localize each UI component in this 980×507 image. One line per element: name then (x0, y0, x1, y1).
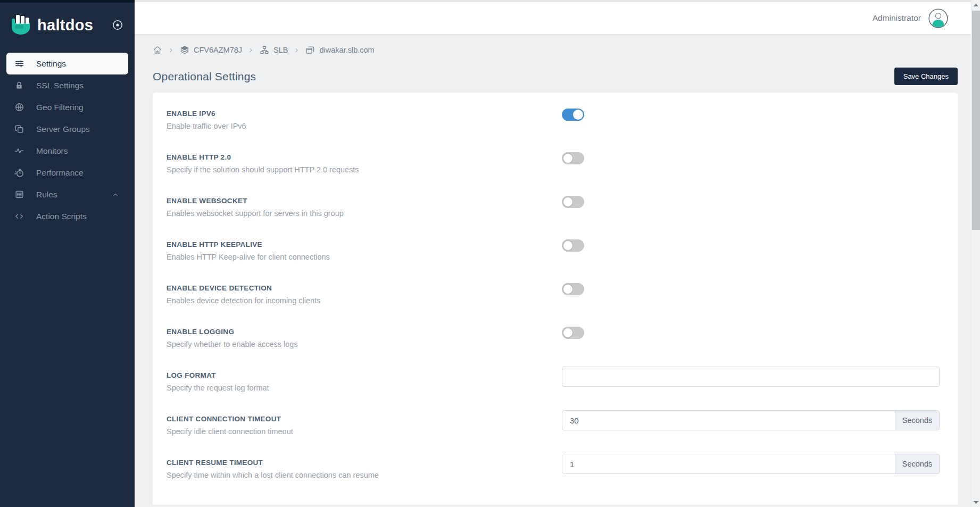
control-column (562, 283, 940, 295)
breadcrumb: CFV6AZM78JSLBdiwakar.slb.com (153, 45, 958, 55)
control-column: Seconds (562, 410, 940, 430)
window-copy-icon (305, 45, 315, 55)
sidebar-item-label: Action Scripts (36, 212, 87, 221)
content-area: CFV6AZM78JSLBdiwakar.slb.com Operational… (135, 34, 980, 507)
sitemap-icon (260, 45, 269, 55)
circle-dot-icon[interactable] (111, 19, 124, 31)
setting-row-log-format: LOG FORMAT Specify the request log forma… (167, 371, 940, 392)
user-name: Administrator (873, 13, 921, 23)
setting-row-enable-logging: ENABLE LOGGING Specify whether to enable… (167, 328, 940, 348)
breadcrumb-label: CFV6AZM78J (194, 46, 242, 54)
sidebar-item-geo-filtering[interactable]: Geo Filtering (6, 96, 128, 118)
stopwatch-icon (14, 168, 24, 178)
setting-row-enable-websocket: ENABLE WEBSOCKET Enables websocket suppo… (167, 197, 940, 218)
setting-description: Specify time within which a lost client … (167, 471, 562, 479)
sliders-icon (14, 59, 24, 69)
chevron-up-icon[interactable] (110, 191, 121, 198)
sidebar-item-label: Geo Filtering (36, 103, 84, 112)
sidebar-item-label: SSL Settings (36, 81, 84, 90)
log-format-input[interactable] (562, 367, 940, 387)
input-group: Seconds (562, 454, 940, 474)
setting-text: ENABLE DEVICE DETECTION Enables device d… (167, 284, 562, 305)
sidebar: haltdos SettingsSSL SettingsGeo Filterin… (0, 0, 135, 507)
vertical-scrollbar[interactable] (971, 0, 980, 507)
setting-label: ENABLE IPV6 (167, 110, 562, 118)
sidebar-item-ssl-settings[interactable]: SSL Settings (6, 74, 128, 96)
scrollbar-thumb[interactable] (972, 11, 980, 230)
setting-description: Specify idle client connection timeout (167, 427, 562, 436)
setting-label: ENABLE WEBSOCKET (167, 197, 562, 205)
lock-icon (14, 80, 24, 90)
top-header: Administrator (135, 2, 980, 34)
code-icon (14, 211, 24, 221)
sidebar-item-rules[interactable]: Rules (6, 184, 128, 205)
home-icon (153, 45, 162, 55)
enable-logging-toggle[interactable] (562, 327, 584, 339)
app-window: haltdos SettingsSSL SettingsGeo Filterin… (0, 0, 980, 507)
control-column (562, 196, 940, 208)
setting-description: Enables device detection for incoming cl… (167, 296, 562, 305)
breadcrumb-item-diwakar-slb-com[interactable]: diwakar.slb.com (305, 45, 374, 55)
setting-label: ENABLE LOGGING (167, 328, 562, 336)
activity-icon (14, 146, 24, 156)
input-addon-unit: Seconds (895, 454, 940, 474)
chevron-right-icon (168, 47, 174, 53)
setting-label: CLIENT CONNECTION TIMEOUT (167, 415, 562, 423)
sidebar-item-monitors[interactable]: Monitors (6, 140, 128, 162)
settings-card: ENABLE IPV6 Enable traffic over IPv6 ENA… (153, 93, 958, 505)
setting-description: Specify the request log format (167, 384, 562, 392)
breadcrumb-item-cfv6azm78j[interactable]: CFV6AZM78J (180, 45, 242, 55)
sidebar-item-label: Rules (36, 190, 57, 200)
sidebar-item-label: Server Groups (36, 124, 90, 134)
sidebar-item-server-groups[interactable]: Server Groups (6, 118, 128, 140)
toggle-knob (573, 110, 583, 120)
haltdos-fist-logo-icon (11, 14, 31, 36)
setting-label: LOG FORMAT (167, 371, 562, 379)
input-group: Seconds (562, 410, 940, 430)
setting-text: ENABLE HTTP KEEPALIVE Enables HTTP Keep-… (167, 240, 562, 261)
control-column (562, 367, 940, 387)
client-connection-timeout-input[interactable] (562, 410, 895, 430)
breadcrumb-item-slb[interactable]: SLB (260, 45, 288, 55)
copy-icon (14, 124, 24, 134)
enable-device-detection-toggle[interactable] (562, 283, 584, 295)
breadcrumb-item-home[interactable] (153, 45, 162, 55)
sidebar-nav: SettingsSSL SettingsGeo FilteringServer … (0, 53, 135, 227)
logo-row: haltdos (0, 3, 135, 48)
setting-label: CLIENT RESUME TIMEOUT (167, 459, 562, 467)
sidebar-item-settings[interactable]: Settings (6, 53, 128, 74)
enable-websocket-toggle[interactable] (562, 196, 584, 208)
setting-text: ENABLE IPV6 Enable traffic over IPv6 (167, 110, 562, 130)
setting-row-client-resume-timeout: CLIENT RESUME TIMEOUT Specify time withi… (167, 459, 940, 479)
setting-row-client-connection-timeout: CLIENT CONNECTION TIMEOUT Specify idle c… (167, 415, 940, 436)
toggle-knob (563, 284, 573, 294)
setting-text: ENABLE WEBSOCKET Enables websocket suppo… (167, 197, 562, 218)
input-group (562, 367, 940, 387)
sidebar-item-action-scripts[interactable]: Action Scripts (6, 205, 128, 227)
sidebar-item-label: Settings (36, 59, 66, 69)
control-column: Seconds (562, 454, 940, 474)
setting-row-enable-ipv6: ENABLE IPV6 Enable traffic over IPv6 (167, 110, 940, 130)
setting-row-enable-http-keepalive: ENABLE HTTP KEEPALIVE Enables HTTP Keep-… (167, 240, 940, 261)
title-row: Operational Settings Save Changes (153, 68, 958, 85)
sidebar-item-performance[interactable]: Performance (6, 162, 128, 184)
list-icon (14, 189, 24, 200)
save-changes-button[interactable]: Save Changes (894, 68, 958, 85)
user-avatar[interactable] (928, 9, 948, 28)
setting-text: CLIENT RESUME TIMEOUT Specify time withi… (167, 459, 562, 479)
setting-description: Enables HTTP Keep-alive for client conne… (167, 253, 562, 261)
enable-http-2-0-toggle[interactable] (562, 152, 584, 164)
setting-text: ENABLE HTTP 2.0 Specify if the solution … (167, 153, 562, 174)
setting-label: ENABLE HTTP 2.0 (167, 153, 562, 161)
page-title: Operational Settings (153, 70, 256, 83)
toggle-knob (563, 197, 573, 207)
enable-http-keepalive-toggle[interactable] (562, 239, 584, 252)
control-column (562, 239, 940, 252)
setting-text: ENABLE LOGGING Specify whether to enable… (167, 328, 562, 348)
scrollbar-up-arrow-icon[interactable] (971, 1, 980, 10)
client-resume-timeout-input[interactable] (562, 454, 895, 474)
enable-ipv6-toggle[interactable] (562, 109, 584, 121)
setting-description: Specify whether to enable access logs (167, 340, 562, 348)
control-column (562, 152, 940, 164)
scrollbar-down-arrow-icon[interactable] (971, 497, 980, 506)
